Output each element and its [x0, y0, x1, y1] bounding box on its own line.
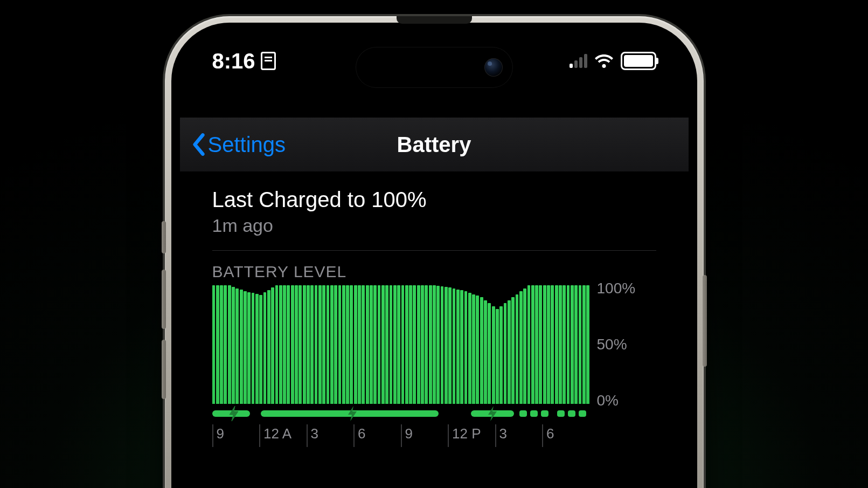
battery-bar — [330, 285, 334, 404]
battery-bar — [429, 285, 432, 404]
battery-bar — [303, 285, 306, 404]
battery-bar — [492, 306, 495, 404]
battery-bar — [523, 288, 526, 404]
battery-bar — [327, 285, 330, 404]
content-area[interactable]: Last Charged to 100% 1m ago BATTERY LEVE… — [180, 171, 689, 488]
back-button[interactable]: Settings — [191, 118, 286, 171]
battery-bar — [275, 285, 279, 404]
battery-bar — [448, 287, 452, 404]
side-button-silence — [162, 221, 166, 253]
charging-indicator-row — [212, 407, 589, 420]
battery-bar — [370, 285, 373, 404]
last-charged-time: 1m ago — [212, 215, 656, 236]
battery-bar — [338, 285, 342, 404]
last-charged-title: Last Charged to 100% — [212, 188, 656, 212]
battery-icon — [621, 52, 656, 70]
chart-plot-area — [212, 285, 589, 404]
battery-bar — [267, 290, 270, 404]
phone-frame: 8:16 Settings — [165, 16, 704, 488]
battery-bar — [405, 285, 408, 404]
side-button-vol-down — [162, 340, 166, 399]
battery-bar — [445, 287, 448, 404]
battery-bar — [232, 287, 235, 404]
battery-level-chart[interactable]: 100% 50% 0% — [212, 285, 656, 404]
battery-bar — [240, 290, 243, 404]
battery-bar — [436, 286, 440, 404]
battery-bar — [247, 292, 251, 404]
battery-bar — [385, 285, 388, 404]
y-tick-100: 100% — [597, 280, 636, 297]
lightning-bolt-icon — [228, 406, 240, 421]
lightning-bolt-icon — [347, 406, 359, 421]
battery-bar — [511, 297, 515, 404]
battery-bar — [354, 285, 357, 404]
battery-bar — [543, 285, 546, 404]
battery-bar — [425, 285, 428, 404]
battery-bar — [287, 285, 290, 404]
battery-bar — [322, 285, 325, 404]
battery-bar — [555, 285, 558, 404]
section-label-battery-level: BATTERY LEVEL — [212, 263, 656, 281]
battery-bar — [417, 285, 420, 404]
battery-bar — [456, 290, 460, 404]
battery-bar — [212, 285, 216, 404]
battery-bar — [516, 294, 519, 404]
battery-bar — [259, 295, 262, 404]
battery-bar — [263, 292, 267, 404]
battery-bar — [527, 285, 531, 404]
battery-bar — [252, 293, 255, 404]
battery-bar — [433, 285, 436, 404]
x-tick: 6 — [353, 424, 365, 447]
battery-bar — [342, 285, 345, 404]
status-left: 8:16 — [212, 49, 276, 73]
battery-bar — [378, 285, 381, 404]
charging-dots — [557, 410, 586, 417]
battery-bar — [464, 291, 468, 404]
battery-bar — [310, 285, 314, 404]
battery-bar — [393, 285, 397, 404]
battery-bar — [255, 294, 259, 404]
battery-bar — [401, 285, 405, 404]
status-bar: 8:16 — [180, 31, 689, 91]
battery-bar — [318, 285, 322, 404]
battery-bar — [496, 309, 499, 404]
x-tick: 9 — [401, 424, 413, 447]
battery-bar — [488, 303, 491, 404]
battery-bar — [574, 285, 578, 404]
cellular-icon — [570, 54, 587, 68]
battery-bar — [567, 285, 570, 404]
y-tick-0: 0% — [597, 392, 619, 409]
x-tick: 12 P — [448, 424, 481, 447]
battery-bar — [579, 285, 582, 404]
x-tick: 9 — [212, 424, 224, 447]
battery-bar — [390, 285, 393, 404]
battery-bar — [539, 285, 542, 404]
sim-card-icon — [261, 52, 276, 70]
lightning-bolt-icon — [487, 406, 499, 421]
battery-bar — [244, 291, 247, 404]
battery-bar — [397, 285, 400, 404]
battery-bar — [484, 300, 487, 404]
battery-bar — [468, 293, 471, 404]
battery-bar — [228, 285, 231, 404]
earpiece-speaker — [397, 16, 472, 24]
back-label: Settings — [208, 133, 286, 157]
battery-bar — [413, 285, 416, 404]
charging-dots — [519, 410, 548, 417]
battery-bar — [295, 285, 298, 404]
battery-bar — [508, 300, 511, 404]
status-time: 8:16 — [212, 49, 255, 73]
battery-bar — [350, 285, 353, 404]
battery-bar — [291, 285, 294, 404]
battery-bar — [366, 285, 369, 404]
battery-bar — [307, 285, 310, 404]
divider — [212, 250, 656, 251]
battery-bar — [571, 285, 574, 404]
battery-bar — [216, 285, 219, 404]
battery-bar — [381, 285, 385, 404]
battery-bar — [235, 288, 239, 404]
battery-bar — [373, 285, 377, 404]
page-title: Battery — [397, 133, 471, 157]
battery-bar — [421, 285, 424, 404]
side-button-vol-up — [162, 270, 166, 329]
